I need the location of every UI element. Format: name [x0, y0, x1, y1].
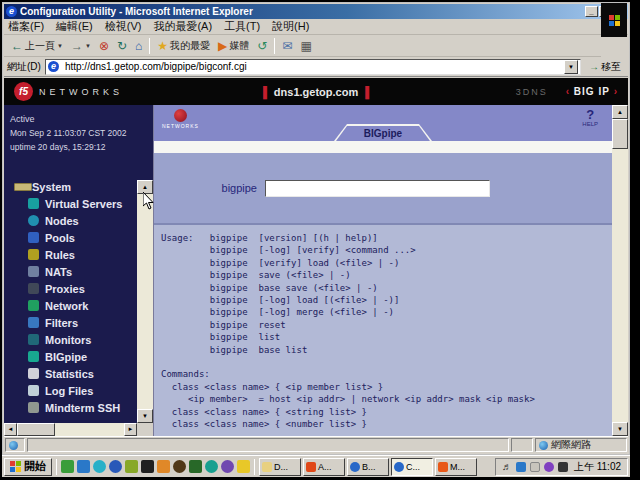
scrollbar-track[interactable] [55, 423, 124, 436]
f5-small-logo: NETWORKS [162, 109, 199, 129]
quicklaunch-icon-2[interactable] [77, 460, 90, 473]
sidebar-item-log-files[interactable]: Log Files [4, 382, 137, 399]
scrollbar-track[interactable] [612, 149, 628, 422]
minimize-button[interactable]: _ [585, 6, 598, 17]
start-button[interactable]: 開始 [4, 458, 52, 476]
quicklaunch-icon-3[interactable] [93, 460, 106, 473]
menu-favorites[interactable]: 我的最愛(A) [153, 19, 212, 34]
status-secondary-pane [511, 438, 533, 452]
sidebar-vertical-scrollbar[interactable]: ▲ ▼ [137, 105, 153, 436]
task-icon [394, 462, 404, 472]
status-message-pane [27, 438, 509, 452]
task-button-1[interactable]: D... [259, 458, 301, 476]
scrollbar-thumb[interactable] [17, 423, 55, 436]
task-button-3[interactable]: B... [347, 458, 389, 476]
help-button[interactable]: ? HELP [582, 108, 598, 127]
go-button[interactable]: → 移至 [585, 59, 625, 75]
sidebar-item-label: Nodes [45, 215, 79, 227]
sidebar-horizontal-scrollbar[interactable]: ◄ ► [4, 423, 137, 436]
sidebar-item-pools[interactable]: Pools [4, 229, 137, 246]
sidebar-item-statistics[interactable]: Statistics [4, 365, 137, 382]
sidebar-item-bigpipe[interactable]: BIGpipe [4, 348, 137, 365]
page-header: NETWORKS BIGpipe ? HELP [154, 105, 612, 141]
sidebar-item-label: NATs [45, 266, 72, 278]
content-vertical-scrollbar[interactable]: ▲ ▼ [612, 105, 628, 436]
tray-icon-4[interactable] [558, 462, 568, 472]
forward-button[interactable]: → ▼ [67, 38, 95, 54]
scroll-up-icon[interactable]: ▲ [612, 105, 628, 119]
scroll-left-icon[interactable]: ◄ [4, 423, 17, 436]
quicklaunch-icon-11[interactable] [221, 460, 234, 473]
tray-icon-2[interactable] [530, 462, 540, 472]
sidebar-item-network[interactable]: Network [4, 297, 137, 314]
taskbar-clock[interactable]: 上午 11:02 [574, 460, 621, 474]
task-button-4-active[interactable]: C... [391, 458, 433, 476]
zone-label: 網際網路 [551, 438, 591, 452]
task-button-2[interactable]: A... [303, 458, 345, 476]
volume-icon[interactable]: ♬ [502, 461, 512, 472]
mail-button[interactable]: ✉ [278, 38, 296, 54]
ie-window: e Configuration Utility - Microsoft Inte… [2, 2, 630, 455]
favorites-button[interactable]: ★ 我的最愛 [153, 37, 214, 55]
quicklaunch-icon-4[interactable] [109, 460, 122, 473]
scroll-down-icon[interactable]: ▼ [612, 422, 628, 436]
sidebar-item-label: BIGpipe [45, 351, 87, 363]
quicklaunch-icon-12[interactable] [237, 460, 250, 473]
status-state: Active [10, 112, 137, 126]
proxies-icon [28, 283, 39, 294]
bigpipe-command-input[interactable] [265, 180, 490, 197]
quicklaunch-icon-10[interactable] [205, 460, 218, 473]
address-bar: 網址(D) e ▼ → 移至 [4, 57, 628, 77]
stop-button[interactable]: ⊗ [95, 38, 113, 54]
sidebar-item-nats[interactable]: NATs [4, 263, 137, 280]
nav-sidebar: Active Mon Sep 2 11:03:07 CST 2002 uptim… [4, 105, 137, 436]
url-dropdown-icon[interactable]: ▼ [564, 60, 578, 74]
sidebar-item-proxies[interactable]: Proxies [4, 280, 137, 297]
sidebar-item-label: Proxies [45, 283, 85, 295]
sidebar-item-label: Mindterm SSH [45, 402, 120, 414]
print-button[interactable]: ▦ [296, 38, 315, 54]
quicklaunch-icon-7[interactable] [157, 460, 170, 473]
menu-help[interactable]: 說明(H) [272, 19, 309, 34]
toolbar-separator [274, 38, 275, 54]
sidebar-item-label: Rules [45, 249, 75, 261]
hostname-text: dns1.getop.com [274, 86, 358, 98]
scroll-down-icon[interactable]: ▼ [137, 409, 153, 423]
task-label: D... [274, 462, 288, 472]
status-bar: 網際網路 [4, 436, 628, 453]
task-button-5[interactable]: M... [435, 458, 477, 476]
sidebar-item-mindterm-ssh[interactable]: Mindterm SSH [4, 399, 137, 416]
menu-tools[interactable]: 工具(T) [224, 19, 260, 34]
url-input[interactable] [65, 61, 561, 72]
quicklaunch-icon-1[interactable] [61, 460, 74, 473]
refresh-button[interactable]: ↻ [113, 38, 131, 54]
home-button[interactable]: ⌂ [131, 38, 146, 54]
menu-edit[interactable]: 編輯(E) [56, 19, 93, 34]
tab-bigpipe[interactable]: BIGpipe [334, 124, 432, 141]
history-button[interactable]: ↺ [253, 38, 271, 54]
tray-icon-3[interactable] [544, 462, 554, 472]
menu-view[interactable]: 檢視(V) [105, 19, 142, 34]
tray-icon-1[interactable] [516, 462, 526, 472]
pools-icon [28, 232, 39, 243]
scrollbar-track[interactable] [137, 194, 153, 409]
menu-file[interactable]: 檔案(F) [8, 19, 44, 34]
quicklaunch-icon-6[interactable] [141, 460, 154, 473]
scrollbar-thumb[interactable] [612, 119, 628, 149]
sidebar-item-filters[interactable]: Filters [4, 314, 137, 331]
scroll-right-icon[interactable]: ► [124, 423, 137, 436]
sidebar-item-nodes[interactable]: Nodes [4, 212, 137, 229]
back-button[interactable]: ← 上一頁 ▼ [7, 37, 67, 55]
hostname-display: ▌ dns1.getop.com ▐ [4, 86, 628, 98]
sidebar-item-monitors[interactable]: Monitors [4, 331, 137, 348]
sidebar-item-rules[interactable]: Rules [4, 246, 137, 263]
help-label: HELP [582, 121, 598, 127]
quicklaunch-icon-8[interactable] [173, 460, 186, 473]
media-button[interactable]: ▶ 媒體 [214, 37, 253, 55]
quicklaunch-icon-9[interactable] [189, 460, 202, 473]
forward-dropdown-icon[interactable]: ▼ [85, 43, 91, 49]
back-dropdown-icon[interactable]: ▼ [57, 43, 63, 49]
sidebar-item-virtual-servers[interactable]: Virtual Servers [4, 195, 137, 212]
quicklaunch-icon-5[interactable] [125, 460, 138, 473]
sidebar-item-system[interactable]: System [4, 178, 137, 195]
